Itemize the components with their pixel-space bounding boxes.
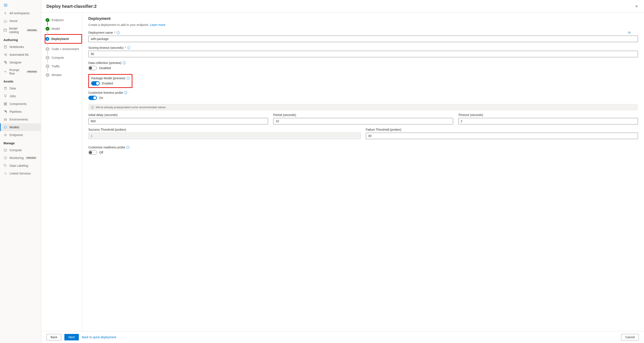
nav-designer[interactable]: Designer: [0, 58, 41, 66]
svg-rect-14: [4, 119, 6, 120]
wizard-step-endpoint[interactable]: ✓ Endpoint: [46, 17, 82, 23]
preview-badge: PREVIEW: [26, 29, 37, 32]
package-model-toggle[interactable]: [91, 81, 100, 86]
svg-point-13: [6, 112, 7, 113]
svg-rect-8: [4, 102, 5, 104]
info-icon[interactable]: i: [123, 61, 126, 64]
deployment-name-input[interactable]: [88, 36, 638, 42]
timeout-input[interactable]: [458, 118, 638, 124]
automl-icon: [4, 53, 7, 56]
data-collection-label: Data collection (preview) i: [88, 61, 638, 64]
nav-label: Models: [10, 126, 19, 129]
required-asterisk: *: [114, 31, 115, 34]
step-number-icon: 4: [46, 47, 50, 51]
toggle-state: Disabled: [99, 66, 111, 70]
data-collection-toggle[interactable]: [88, 66, 97, 70]
svg-point-2: [4, 54, 5, 55]
back-to-quick-link[interactable]: Back to quick deployment: [82, 336, 116, 339]
info-icon[interactable]: i: [126, 146, 129, 149]
info-icon[interactable]: i: [127, 46, 130, 49]
toggle-state: Enabled: [102, 82, 113, 85]
form-heading: Deployment: [88, 16, 638, 21]
svg-point-16: [5, 135, 6, 136]
environments-icon: [4, 118, 7, 122]
nav-data-labeling[interactable]: Data Labeling: [0, 162, 41, 170]
nav-label: Endpoints: [10, 133, 23, 137]
readiness-label: Customize readiness probe i: [88, 146, 638, 149]
step-label: Review: [52, 73, 62, 77]
catalog-icon: [4, 28, 7, 32]
nav-compute[interactable]: Compute: [0, 146, 41, 154]
nav-pipelines[interactable]: Pipelines: [0, 108, 41, 116]
wizard-step-deployment[interactable]: 3 Deployment: [45, 36, 80, 42]
form-area: Deployment Create a deployment to add to…: [82, 12, 644, 331]
link-icon: [4, 172, 7, 176]
next-button[interactable]: Next: [64, 334, 79, 340]
toggle-state: On: [99, 96, 103, 100]
nav-all-workspaces[interactable]: All workspaces: [0, 9, 41, 17]
step-label: Endpoint: [52, 18, 64, 22]
nav-label: Data Labeling: [10, 164, 28, 168]
nav-prompt-flow[interactable]: Prompt flow PREVIEW: [0, 66, 41, 77]
nav-automated-ml[interactable]: Automated ML: [0, 51, 41, 58]
nav-model-catalog[interactable]: Model catalog PREVIEW: [0, 25, 41, 36]
deploy-panel: Deploy heart-classifier:2 ✕ ✓ Endpoint ✓…: [41, 0, 644, 343]
info-icon[interactable]: i: [124, 91, 127, 94]
wizard-step-traffic[interactable]: 6 Traffic: [46, 63, 82, 70]
designer-icon: [4, 60, 7, 64]
svg-rect-9: [6, 102, 7, 104]
period-label: Period (seconds): [273, 113, 453, 117]
initial-delay-label: Initial delay (seconds): [88, 113, 268, 117]
preview-badge: PREVIEW: [26, 70, 37, 73]
nav-label: All workspaces: [10, 12, 30, 15]
close-button[interactable]: ✕: [634, 4, 639, 9]
nav-environments[interactable]: Environments: [0, 116, 41, 123]
period-input[interactable]: [273, 118, 453, 124]
readiness-toggle[interactable]: [88, 150, 97, 155]
svg-point-3: [6, 53, 7, 54]
nav-label: Pipelines: [10, 110, 22, 114]
nav-jobs[interactable]: Jobs: [0, 92, 41, 100]
back-button[interactable]: Back: [46, 334, 61, 340]
section-assets: Assets: [0, 77, 41, 84]
nav-home[interactable]: Home: [0, 17, 41, 25]
failure-threshold-input[interactable]: [366, 132, 638, 139]
wizard-step-model[interactable]: ✓ Model: [46, 26, 82, 32]
reveal-icon[interactable]: [628, 31, 631, 35]
step-number-icon: 6: [46, 64, 50, 68]
nav-data[interactable]: Data: [0, 84, 41, 92]
learn-more-link[interactable]: Learn more: [150, 23, 166, 26]
nav-components[interactable]: Components: [0, 100, 41, 108]
wizard-step-review[interactable]: 7 Review: [46, 72, 82, 78]
nav-linked-services[interactable]: Linked Services: [0, 170, 41, 177]
info-icon[interactable]: i: [126, 77, 130, 80]
liveness-label: Customize liveness probe i: [88, 91, 638, 94]
nav-models[interactable]: Models: [0, 123, 41, 131]
svg-point-4: [6, 55, 7, 56]
nav-endpoints[interactable]: Endpoints: [0, 131, 41, 139]
info-icon[interactable]: i: [116, 31, 120, 34]
svg-rect-11: [6, 104, 7, 105]
prepopulated-banner: i We've already prepopulated some recomm…: [88, 104, 638, 110]
hamburger-menu[interactable]: [0, 2, 41, 9]
svg-point-12: [4, 110, 5, 111]
step-label: Model: [52, 27, 60, 30]
svg-rect-6: [6, 63, 7, 64]
cancel-button[interactable]: Cancel: [621, 334, 639, 340]
timeout-label: Timeout (seconds): [458, 113, 638, 117]
step-label: Traffic: [52, 64, 60, 68]
jobs-icon: [4, 94, 7, 98]
wizard-step-compute[interactable]: 5 Compute: [46, 54, 82, 61]
success-threshold-label: Success Threshold (probes): [88, 128, 361, 131]
nav-monitoring[interactable]: Monitoring PREVIEW: [0, 154, 41, 162]
step-label: Code + environment: [52, 47, 79, 51]
initial-delay-input[interactable]: [88, 118, 268, 124]
liveness-toggle[interactable]: [88, 96, 97, 100]
highlight-current-step: 3 Deployment: [45, 34, 82, 44]
labeling-icon: [4, 164, 7, 168]
scoring-timeout-input[interactable]: [88, 51, 638, 57]
nav-notebooks[interactable]: Notebooks: [0, 43, 41, 51]
wizard-step-code-env[interactable]: 4 Code + environment: [46, 46, 82, 52]
home-icon: [4, 19, 7, 23]
panel-header: Deploy heart-classifier:2 ✕: [41, 0, 644, 12]
